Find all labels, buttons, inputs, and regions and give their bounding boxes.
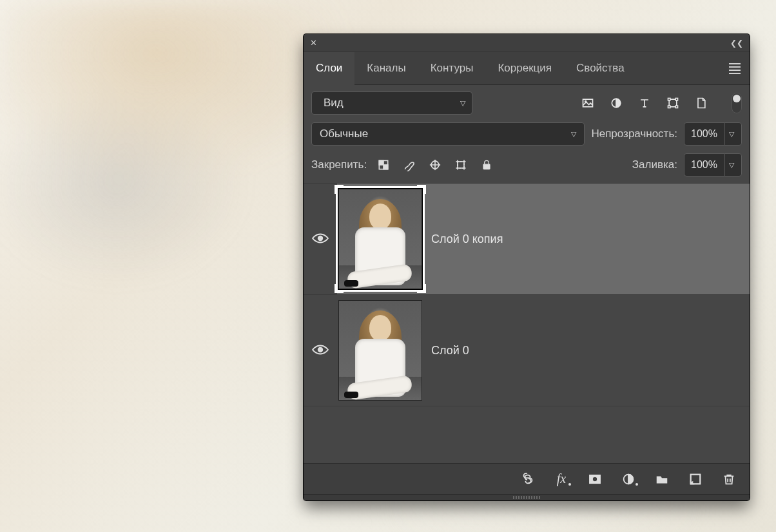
fill-label: Заливка: bbox=[632, 158, 677, 171]
blend-mode-value: Обычные bbox=[320, 128, 571, 140]
tab-properties[interactable]: Свойства bbox=[564, 52, 637, 84]
layer-name[interactable]: Слой 0 bbox=[431, 344, 469, 357]
chevron-down-icon: ▽ bbox=[460, 99, 465, 108]
filter-icons bbox=[581, 96, 708, 110]
lock-brush-icon[interactable] bbox=[402, 157, 417, 173]
tab-channels-label: Каналы bbox=[367, 62, 405, 75]
layers-panel: ✕ ❮❮ Слои Каналы Контуры Коррекция Свойс… bbox=[304, 34, 750, 500]
svg-rect-7 bbox=[675, 99, 677, 100]
tab-paths[interactable]: Контуры bbox=[418, 52, 486, 84]
tab-adjustments-label: Коррекция bbox=[498, 62, 552, 75]
tab-paths-label: Контуры bbox=[431, 62, 474, 75]
layer-style-icon[interactable]: fx bbox=[554, 471, 569, 487]
layer-visibility-toggle[interactable] bbox=[304, 233, 337, 246]
fill-value: 100% bbox=[691, 159, 719, 171]
layers-list: Слой 0 копия bbox=[304, 183, 750, 463]
filter-shape-icon[interactable] bbox=[666, 96, 680, 110]
fill-chevron-icon[interactable]: ▽ bbox=[724, 153, 737, 176]
svg-rect-9 bbox=[675, 106, 677, 108]
svg-rect-6 bbox=[668, 99, 670, 100]
opacity-input[interactable]: 100% ▽ bbox=[684, 122, 742, 146]
add-mask-icon[interactable] bbox=[587, 471, 603, 487]
grip-lines-icon bbox=[513, 496, 540, 499]
lock-position-icon[interactable] bbox=[427, 157, 443, 173]
layer-thumbnail[interactable] bbox=[338, 300, 422, 401]
fill-input[interactable]: 100% ▽ bbox=[684, 153, 742, 176]
lock-label: Закрепить: bbox=[311, 158, 367, 171]
svg-rect-12 bbox=[383, 165, 388, 169]
layer-row[interactable]: Слой 0 копия bbox=[304, 184, 750, 295]
filter-adjustment-icon[interactable] bbox=[609, 96, 623, 110]
dropdown-tick-icon bbox=[568, 483, 571, 486]
svg-rect-8 bbox=[668, 106, 670, 108]
svg-rect-13 bbox=[458, 162, 464, 168]
panel-tabs: Слои Каналы Контуры Коррекция Свойства bbox=[304, 52, 750, 85]
filter-type-label: Вид bbox=[324, 97, 455, 109]
chevron-down-icon: ▽ bbox=[571, 130, 576, 138]
dropdown-tick-icon bbox=[635, 483, 638, 486]
delete-layer-icon[interactable] bbox=[721, 471, 737, 487]
adjustment-layer-icon[interactable] bbox=[621, 471, 636, 487]
blend-mode-select[interactable]: Обычные ▽ bbox=[311, 122, 585, 146]
filter-row: Вид ▽ bbox=[304, 85, 750, 120]
layer-row[interactable]: Слой 0 bbox=[304, 295, 750, 406]
opacity-chevron-icon[interactable]: ▽ bbox=[724, 122, 737, 146]
panel-header: ✕ ❮❮ bbox=[304, 34, 750, 52]
layer-content[interactable]: Слой 0 копия bbox=[337, 184, 750, 294]
tab-properties-label: Свойства bbox=[576, 62, 625, 75]
filter-smartobject-icon[interactable] bbox=[694, 96, 708, 110]
layer-visibility-toggle[interactable] bbox=[304, 344, 337, 357]
svg-point-3 bbox=[585, 101, 587, 102]
svg-point-19 bbox=[318, 236, 323, 240]
opacity-label: Непрозрачность: bbox=[591, 128, 677, 140]
layer-thumbnail[interactable] bbox=[338, 189, 422, 289]
layer-content[interactable]: Слой 0 bbox=[337, 295, 750, 406]
layer-name[interactable]: Слой 0 копия bbox=[431, 233, 503, 246]
tab-channels[interactable]: Каналы bbox=[354, 52, 418, 84]
lock-icons bbox=[376, 157, 494, 173]
blend-row: Обычные ▽ Непрозрачность: 100% ▽ bbox=[304, 120, 750, 149]
filter-toggle[interactable] bbox=[732, 93, 742, 113]
svg-rect-11 bbox=[379, 160, 383, 165]
link-layers-icon[interactable] bbox=[520, 471, 536, 487]
svg-point-22 bbox=[592, 477, 597, 482]
opacity-value: 100% bbox=[691, 128, 719, 140]
tab-layers-label: Слои bbox=[316, 62, 342, 75]
layers-footer: fx bbox=[304, 463, 750, 494]
eye-icon bbox=[312, 344, 329, 357]
tab-adjustments[interactable]: Коррекция bbox=[485, 52, 564, 84]
new-layer-icon[interactable] bbox=[688, 471, 703, 487]
panel-menu-icon[interactable] bbox=[729, 63, 741, 74]
collapse-panel-icon[interactable]: ❮❮ bbox=[730, 39, 743, 48]
lock-row: Закрепить: Заливка: 100% ▽ bbox=[304, 149, 750, 183]
lock-all-icon[interactable] bbox=[479, 157, 494, 173]
close-panel-icon[interactable]: ✕ bbox=[310, 39, 317, 47]
svg-point-20 bbox=[318, 347, 323, 352]
eye-icon bbox=[312, 233, 329, 246]
panel-resize-grip[interactable] bbox=[304, 494, 750, 500]
svg-rect-18 bbox=[483, 164, 490, 169]
tab-layers[interactable]: Слои bbox=[304, 52, 354, 84]
filter-pixel-icon[interactable] bbox=[581, 96, 595, 110]
filter-type-icon[interactable] bbox=[637, 96, 652, 110]
group-icon[interactable] bbox=[654, 471, 670, 487]
filter-type-select[interactable]: Вид ▽ bbox=[311, 91, 472, 115]
lock-artboard-icon[interactable] bbox=[453, 157, 469, 173]
lock-transparency-icon[interactable] bbox=[376, 157, 391, 173]
